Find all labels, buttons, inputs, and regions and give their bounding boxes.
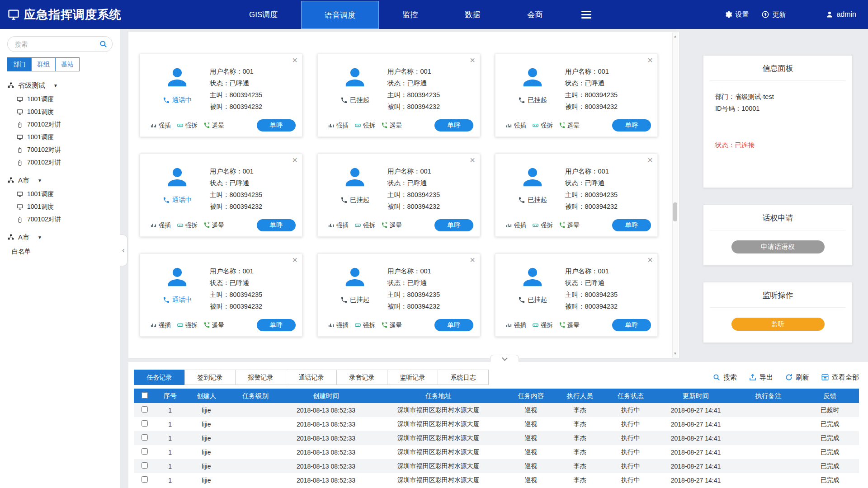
single-call-button[interactable]: 单呼 [257, 219, 296, 231]
scrollbar-thumb[interactable] [673, 202, 677, 221]
close-icon[interactable]: × [647, 155, 653, 164]
request-talk-right-button[interactable]: 申请话语权 [731, 240, 825, 253]
user-menu[interactable]: admin [826, 10, 856, 19]
force-split-action[interactable]: 强拆 [532, 221, 553, 230]
cards-scrollbar[interactable]: ▲ ▼ [672, 33, 678, 357]
close-icon[interactable]: × [647, 255, 653, 264]
force-insert-action[interactable]: 强插 [150, 321, 171, 329]
search-icon[interactable] [99, 40, 108, 48]
remote-stun-action[interactable]: 遥晕 [203, 221, 224, 230]
chevron-down-icon[interactable]: ▼ [53, 83, 58, 88]
cell-feedback[interactable]: 已完成 [801, 445, 859, 459]
tree-item[interactable]: 1001调度 ▼ [0, 201, 120, 213]
tree-item[interactable]: A市 ▼ [0, 230, 120, 245]
remote-stun-action[interactable]: 遥晕 [381, 221, 402, 230]
remote-stun-action[interactable]: 遥晕 [559, 221, 580, 230]
search-input[interactable] [7, 36, 113, 52]
tab-task-records[interactable]: 任务记录 [134, 370, 185, 385]
force-insert-action[interactable]: 强插 [328, 221, 349, 230]
chevron-down-icon[interactable]: ▼ [38, 178, 42, 183]
tree-item[interactable]: 1001调度 ▼ [0, 93, 120, 106]
force-split-action[interactable]: 强拆 [532, 122, 553, 130]
single-call-button[interactable]: 单呼 [434, 319, 473, 331]
close-icon[interactable]: × [647, 56, 653, 65]
table-row[interactable]: 1 lijie 2018-08-13 08:52:33 深圳市福田区彩田村水源大… [134, 473, 859, 487]
tree-item[interactable]: A市 ▼ [0, 173, 120, 188]
nav-tab-data[interactable]: 数据 [441, 0, 504, 29]
force-split-action[interactable]: 强拆 [354, 321, 375, 329]
force-insert-action[interactable]: 强插 [150, 122, 171, 130]
search-button[interactable]: 搜索 [712, 373, 737, 382]
force-split-action[interactable]: 强拆 [532, 321, 553, 329]
tab-call-records[interactable]: 通话记录 [286, 370, 337, 385]
single-call-button[interactable]: 单呼 [257, 119, 296, 131]
single-call-button[interactable]: 单呼 [434, 219, 473, 231]
force-insert-action[interactable]: 强插 [328, 122, 349, 130]
scroll-up-icon[interactable]: ▲ [673, 34, 678, 38]
table-row[interactable]: 1 lijie 2018-08-13 08:52:33 深圳市福田区彩田村水源大… [134, 445, 859, 459]
tree-item[interactable]: 700102对讲 ▼ [0, 118, 120, 131]
tab-group[interactable]: 群组 [31, 57, 56, 71]
cell-feedback[interactable]: 已完成 [801, 431, 859, 445]
force-split-action[interactable]: 强拆 [177, 321, 198, 329]
listen-button[interactable]: 监听 [731, 318, 825, 331]
cell-feedback[interactable]: 已超时 [801, 403, 859, 417]
table-row[interactable]: 1 lijie 2018-08-13 08:52:33 深圳市福田区彩田村水源大… [134, 417, 859, 431]
close-icon[interactable]: × [470, 155, 475, 164]
close-icon[interactable]: × [292, 255, 297, 264]
update-button[interactable]: 更新 [761, 10, 786, 19]
row-checkbox[interactable] [142, 476, 148, 483]
row-checkbox[interactable] [142, 434, 148, 441]
tab-recording-records[interactable]: 录音记录 [336, 370, 387, 385]
force-insert-action[interactable]: 强插 [505, 221, 526, 230]
single-call-button[interactable]: 单呼 [612, 219, 651, 231]
force-split-action[interactable]: 强拆 [354, 221, 375, 230]
force-insert-action[interactable]: 强插 [505, 321, 526, 329]
remote-stun-action[interactable]: 遥晕 [203, 321, 224, 329]
remote-stun-action[interactable]: 遥晕 [203, 122, 224, 130]
sidebar-collapse-handle[interactable]: ‹ [120, 235, 127, 266]
close-icon[interactable]: × [470, 56, 475, 65]
nav-tab-monitor[interactable]: 监控 [379, 0, 441, 29]
single-call-button[interactable]: 单呼 [612, 319, 651, 331]
tab-department[interactable]: 部门 [7, 57, 32, 71]
close-icon[interactable]: × [470, 255, 475, 264]
tree-item[interactable]: 省级测试 ▼ [0, 78, 120, 93]
tab-alarm-records[interactable]: 报警记录 [235, 370, 286, 385]
close-icon[interactable]: × [292, 56, 297, 65]
cell-feedback[interactable]: 已完成 [801, 459, 859, 473]
select-all-checkbox[interactable] [142, 392, 148, 399]
force-split-action[interactable]: 强拆 [177, 122, 198, 130]
row-checkbox[interactable] [142, 420, 148, 427]
tab-basestation[interactable]: 基站 [55, 57, 80, 71]
remote-stun-action[interactable]: 遥晕 [559, 122, 580, 130]
export-button[interactable]: 导出 [749, 373, 773, 382]
force-insert-action[interactable]: 强插 [150, 221, 171, 230]
tree-item[interactable]: 1001调度 ▼ [0, 188, 120, 201]
bottom-collapse-button[interactable] [490, 355, 519, 362]
single-call-button[interactable]: 单呼 [434, 119, 473, 131]
nav-tab-voice[interactable]: 语音调度 [301, 1, 379, 29]
table-row[interactable]: 1 lijie 2018-08-13 08:52:33 深圳市福田区彩田村水源大… [134, 403, 859, 417]
refresh-button[interactable]: 刷新 [785, 373, 809, 382]
row-checkbox[interactable] [142, 406, 148, 413]
close-icon[interactable]: × [292, 155, 297, 164]
force-insert-action[interactable]: 强插 [505, 122, 526, 130]
chevron-down-icon[interactable]: ▼ [38, 235, 42, 240]
single-call-button[interactable]: 单呼 [257, 319, 296, 331]
view-all-button[interactable]: 查看全部 [821, 373, 859, 382]
tab-listen-records[interactable]: 监听记录 [387, 370, 438, 385]
tree-item[interactable]: 1001调度 ▼ [0, 131, 120, 144]
table-row[interactable]: 1 lijie 2018-08-13 08:52:33 深圳市福田区彩田村水源大… [134, 459, 859, 473]
settings-button[interactable]: 设置 [724, 10, 749, 19]
tab-checkin-records[interactable]: 签到记录 [184, 370, 236, 385]
tree-item[interactable]: 700102对讲 ▼ [0, 213, 120, 226]
force-split-action[interactable]: 强拆 [177, 221, 198, 230]
single-call-button[interactable]: 单呼 [612, 119, 651, 131]
nav-tab-meeting[interactable]: 会商 [504, 0, 566, 29]
force-insert-action[interactable]: 强插 [328, 321, 349, 329]
tab-system-logs[interactable]: 系统日志 [438, 370, 489, 385]
scroll-down-icon[interactable]: ▼ [673, 352, 678, 356]
remote-stun-action[interactable]: 遥晕 [559, 321, 580, 329]
tree-item[interactable]: 白名单 ▼ [0, 245, 120, 258]
